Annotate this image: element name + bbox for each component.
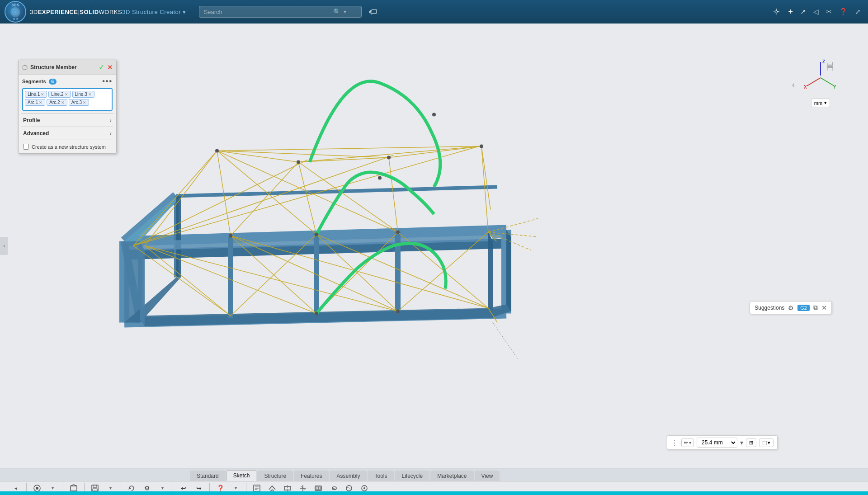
app-logo[interactable]: 3DS V.R bbox=[5, 1, 26, 23]
measure-snap-button[interactable]: ⬚ ▾ bbox=[759, 438, 774, 447]
svg-point-92 bbox=[36, 487, 38, 490]
tab-sketch[interactable]: Sketch bbox=[226, 470, 257, 481]
svg-text:Y: Y bbox=[833, 85, 836, 90]
measure-grid-button[interactable]: ⊞ bbox=[746, 438, 756, 447]
remove-arc3[interactable]: ✕ bbox=[83, 100, 86, 105]
segment-tag-line2[interactable]: Line.2 ✕ bbox=[48, 91, 71, 98]
bottom-tabs: Standard Sketch Structure Features Assem… bbox=[0, 468, 868, 495]
svg-point-68 bbox=[297, 160, 300, 164]
search-dropdown-icon[interactable]: ▾ bbox=[344, 9, 346, 15]
segments-box[interactable]: Line.1 ✕ Line.2 ✕ Line.3 ✕ Arc.1 ✕ Arc.2… bbox=[22, 88, 113, 111]
measure-value-select[interactable]: 25.4 mm 10 mm 50 mm bbox=[697, 438, 737, 448]
cube-svg[interactable]: Z X Y bbox=[802, 60, 839, 96]
expand-icon[interactable]: ⤢ bbox=[852, 6, 863, 18]
send-icon[interactable]: ◁ bbox=[811, 6, 821, 18]
measure-toolbar: ⋮ ✏ ▾ 25.4 mm 10 mm 50 mm ▾ ⊞ ⬚ ▾ bbox=[667, 435, 778, 450]
segment-tag-arc2[interactable]: Arc.2 ✕ bbox=[47, 99, 67, 106]
advanced-label: Advanced bbox=[23, 130, 49, 137]
suggestions-copy-icon[interactable]: ⧉ bbox=[813, 304, 818, 311]
segment-tag-line1[interactable]: Line.1 ✕ bbox=[25, 91, 47, 98]
profile-section[interactable]: Profile › bbox=[19, 114, 116, 127]
tab-assembly[interactable]: Assembly bbox=[330, 471, 367, 481]
svg-marker-21 bbox=[140, 241, 145, 326]
svg-marker-15 bbox=[124, 241, 140, 323]
left-panel-toggle[interactable]: › bbox=[0, 237, 8, 255]
svg-text:Z: Z bbox=[822, 60, 825, 64]
suggestions-gear-icon[interactable]: ⚙ bbox=[788, 304, 794, 311]
app-header: 3DS V.R 3D EXPERIENCE | SOLIDWORKS 3D St… bbox=[0, 0, 868, 24]
tab-features[interactable]: Features bbox=[294, 471, 329, 481]
header-right: + ↗ ◁ ✂ ❓ ⤢ bbox=[769, 5, 863, 19]
advanced-section[interactable]: Advanced › bbox=[19, 127, 116, 140]
measure-edit-icon: ✏ bbox=[684, 440, 688, 446]
share-icon[interactable]: ↗ bbox=[797, 6, 809, 18]
segment-tag-line3[interactable]: Line.3 ✕ bbox=[72, 91, 94, 98]
search-bar: 🔍 ▾ bbox=[199, 6, 362, 18]
svg-point-73 bbox=[315, 312, 318, 316]
svg-point-67 bbox=[215, 149, 219, 153]
svg-point-112 bbox=[363, 487, 365, 489]
search-input[interactable] bbox=[204, 9, 330, 15]
svg-text:X: X bbox=[804, 85, 807, 90]
new-system-checkbox[interactable] bbox=[23, 144, 29, 150]
bottom-bar bbox=[0, 491, 868, 495]
segment-tag-arc3[interactable]: Arc.3 ✕ bbox=[69, 99, 89, 106]
profile-arrow: › bbox=[109, 117, 112, 124]
segments-more-button[interactable]: ••• bbox=[102, 77, 113, 85]
svg-point-77 bbox=[378, 176, 382, 180]
remove-line1[interactable]: ✕ bbox=[41, 92, 44, 97]
svg-rect-107 bbox=[316, 487, 318, 490]
measure-snap-dropdown[interactable]: ▾ bbox=[768, 440, 770, 446]
tab-standard[interactable]: Standard bbox=[190, 471, 226, 481]
remove-arc2[interactable]: ✕ bbox=[61, 100, 65, 105]
tab-lifecycle[interactable]: Lifecycle bbox=[395, 471, 429, 481]
remove-arc1[interactable]: ✕ bbox=[39, 100, 42, 105]
segment-tag-arc1[interactable]: Arc.1 ✕ bbox=[25, 99, 45, 106]
measure-snap-icon: ⬚ bbox=[762, 440, 767, 446]
main-area: › bbox=[0, 24, 868, 468]
svg-rect-96 bbox=[93, 489, 97, 491]
plus-icon[interactable]: + bbox=[785, 5, 796, 19]
unit-select[interactable]: mm ▾ bbox=[811, 99, 830, 107]
panel-header: ⬡ Structure Member ✓ ✕ bbox=[19, 60, 116, 75]
remove-line3[interactable]: ✕ bbox=[88, 92, 92, 97]
segments-count: 6 bbox=[49, 79, 57, 85]
svg-point-72 bbox=[229, 234, 232, 238]
measure-icon-dropdown[interactable]: ▾ bbox=[689, 440, 691, 445]
svg-rect-85 bbox=[827, 65, 833, 66]
tab-marketplace[interactable]: Marketplace bbox=[430, 471, 473, 481]
segments-row-1: Line.1 ✕ Line.2 ✕ Line.3 ✕ bbox=[25, 91, 110, 98]
compass-icon[interactable] bbox=[769, 5, 783, 18]
svg-point-71 bbox=[396, 231, 400, 234]
segments-section: Segments 6 ••• Line.1 ✕ Line.2 ✕ Line.3 … bbox=[19, 75, 116, 113]
measure-icon-button[interactable]: ✏ ▾ bbox=[681, 438, 694, 447]
advanced-arrow: › bbox=[109, 130, 112, 137]
tab-view[interactable]: View bbox=[475, 471, 500, 481]
svg-marker-3 bbox=[777, 11, 780, 13]
panel-close-button[interactable]: ✕ bbox=[107, 64, 113, 71]
viewport[interactable]: ⬡ Structure Member ✓ ✕ Segments 6 ••• Li… bbox=[0, 24, 868, 468]
suggestions-box: Suggestions ⚙ G2 ⧉ ✕ bbox=[750, 301, 832, 314]
panel-icon: ⬡ bbox=[22, 64, 28, 71]
cube-chevron[interactable]: ‹ bbox=[792, 80, 795, 90]
tag-icon[interactable]: 🏷 bbox=[369, 7, 377, 17]
svg-marker-22 bbox=[488, 232, 493, 318]
panel-ok-button[interactable]: ✓ bbox=[99, 63, 104, 71]
tab-structure[interactable]: Structure bbox=[257, 471, 293, 481]
svg-marker-25 bbox=[506, 230, 511, 311]
new-system-label[interactable]: Create as a new structure system bbox=[32, 144, 106, 150]
svg-point-76 bbox=[480, 145, 483, 148]
svg-marker-2 bbox=[773, 11, 776, 13]
suggestions-label: Suggestions bbox=[755, 305, 784, 311]
measure-dropdown-icon[interactable]: ▾ bbox=[740, 439, 743, 446]
tab-tools[interactable]: Tools bbox=[368, 471, 394, 481]
scissors-icon[interactable]: ✂ bbox=[823, 6, 835, 18]
unit-dropdown-icon[interactable]: ▾ bbox=[824, 100, 827, 106]
svg-point-69 bbox=[387, 156, 391, 160]
structure-canvas bbox=[0, 24, 868, 468]
suggestions-close-button[interactable]: ✕ bbox=[821, 304, 827, 311]
measure-grid-icon: ⊞ bbox=[749, 440, 753, 446]
help-icon[interactable]: ❓ bbox=[836, 6, 850, 18]
svg-marker-18 bbox=[176, 196, 181, 278]
remove-line2[interactable]: ✕ bbox=[65, 92, 68, 97]
